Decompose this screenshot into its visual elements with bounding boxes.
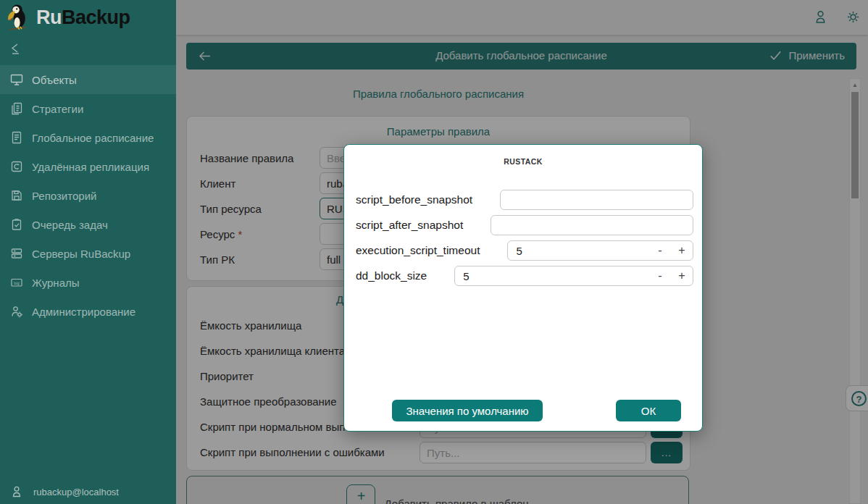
dialog-row-dd-block-size: dd_block_size - + bbox=[356, 266, 693, 286]
increment-button[interactable]: + bbox=[671, 269, 693, 282]
decrement-button[interactable]: - bbox=[649, 269, 671, 282]
defaults-button[interactable]: Значения по умолчанию bbox=[392, 400, 543, 421]
dialog-title: RUSTACK bbox=[344, 145, 702, 166]
sidebar-item-label: Журналы bbox=[32, 277, 80, 289]
dialog-row-execution-timeout: execution_script_timeout - + bbox=[356, 240, 693, 261]
log-badge-icon: log bbox=[10, 276, 23, 289]
dd-block-size-input[interactable] bbox=[455, 270, 649, 282]
ok-button[interactable]: ОК bbox=[616, 400, 681, 421]
sidebar-item-logs[interactable]: log Журналы bbox=[0, 268, 176, 297]
server-stack-icon bbox=[10, 247, 23, 260]
increment-button[interactable]: + bbox=[671, 244, 693, 257]
sidebar-item-label: Стратегии bbox=[32, 103, 83, 115]
brand-wordmark: RuBackup bbox=[36, 7, 130, 29]
toucan-logo-icon bbox=[7, 3, 30, 32]
sidebar-item-objects[interactable]: Объекты bbox=[0, 65, 176, 94]
user-account[interactable]: rubackup@localhost bbox=[10, 485, 119, 498]
sidebar-collapse-button[interactable] bbox=[0, 35, 32, 62]
dialog-fields: script_before_snapshot script_after_snap… bbox=[356, 190, 693, 291]
refresh-square-icon bbox=[10, 160, 23, 173]
sidebar-item-label: Объекты bbox=[32, 74, 77, 86]
dd-block-size-stepper: - + bbox=[454, 266, 693, 286]
sidebar-item-label: Администрирование bbox=[32, 306, 135, 318]
resource-params-dialog: RUSTACK script_before_snapshot script_af… bbox=[343, 144, 703, 432]
sidebar-item-label: Глобальное расписание bbox=[32, 132, 154, 144]
execution-script-timeout-label: execution_script_timeout bbox=[356, 244, 480, 257]
list-document-icon bbox=[10, 131, 23, 144]
documents-icon bbox=[10, 102, 23, 115]
floppy-icon bbox=[10, 189, 23, 202]
sidebar-item-label: Серверы RuBackup bbox=[32, 248, 130, 260]
execution-script-timeout-input[interactable] bbox=[508, 245, 649, 257]
sidebar-item-servers[interactable]: Серверы RuBackup bbox=[0, 239, 176, 268]
monitor-icon bbox=[10, 73, 23, 86]
execution-script-timeout-stepper: - + bbox=[507, 240, 693, 261]
sidebar-item-administration[interactable]: Администрирование bbox=[0, 297, 176, 326]
app-window: RuBackup Объекты bbox=[0, 0, 868, 504]
user-gear-icon bbox=[10, 305, 23, 318]
script-before-snapshot-input[interactable] bbox=[500, 190, 693, 210]
sidebar-menu: Объекты Стратегии Глобальное расписание bbox=[0, 65, 176, 326]
sidebar-item-repository[interactable]: Репозиторий bbox=[0, 181, 176, 210]
person-icon bbox=[10, 485, 23, 498]
brand-backup: Backup bbox=[62, 7, 130, 28]
decrement-button[interactable]: - bbox=[649, 244, 671, 257]
script-before-snapshot-label: script_before_snapshot bbox=[356, 193, 472, 206]
user-login-label: rubackup@localhost bbox=[33, 487, 119, 497]
sidebar-item-task-queue[interactable]: Очередь задач bbox=[0, 210, 176, 239]
script-after-snapshot-label: script_after_snapshot bbox=[356, 219, 463, 232]
collapse-chevron-icon bbox=[9, 42, 23, 55]
logo: RuBackup bbox=[0, 0, 176, 35]
sidebar-item-label: Удалённая репликация bbox=[32, 161, 149, 173]
sidebar-item-label: Очередь задач bbox=[32, 219, 108, 231]
dialog-row-script-before: script_before_snapshot bbox=[356, 190, 693, 210]
sidebar: RuBackup Объекты bbox=[0, 0, 176, 504]
script-after-snapshot-input[interactable] bbox=[491, 215, 693, 235]
sidebar-item-remote-replication[interactable]: Удалённая репликация bbox=[0, 152, 176, 181]
brand-ru: Ru bbox=[36, 7, 62, 28]
dialog-row-script-after: script_after_snapshot bbox=[356, 215, 693, 235]
sidebar-item-label: Репозиторий bbox=[32, 190, 96, 202]
clipboard-check-icon bbox=[10, 218, 23, 231]
sidebar-item-strategies[interactable]: Стратегии bbox=[0, 94, 176, 123]
svg-text:log: log bbox=[14, 281, 19, 285]
sidebar-item-global-schedule[interactable]: Глобальное расписание bbox=[0, 123, 176, 152]
dd-block-size-label: dd_block_size bbox=[356, 269, 427, 282]
